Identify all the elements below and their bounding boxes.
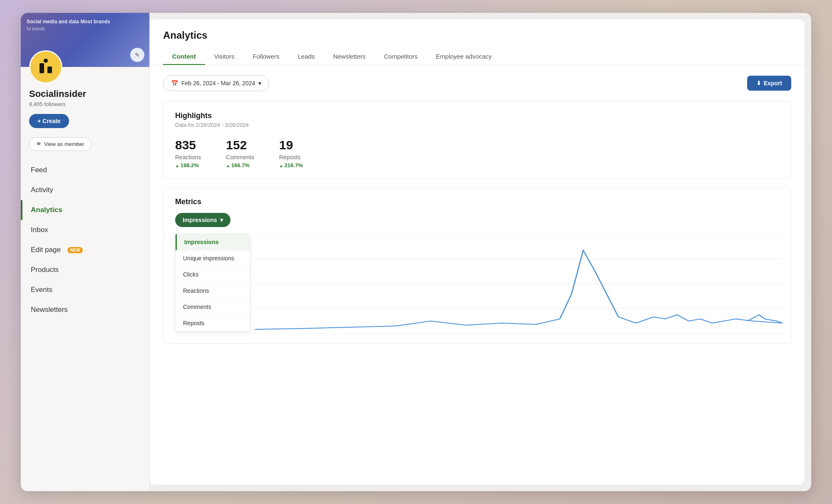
svg-rect-2 xyxy=(47,67,52,73)
sidebar-nav: Feed Activity Analytics Inbox Edit page … xyxy=(21,153,149,491)
tab-visitors[interactable]: Visitors xyxy=(205,49,244,65)
svg-rect-1 xyxy=(40,63,44,73)
impressions-chart xyxy=(255,234,782,334)
date-range-label: Feb 26, 2024 - Mar 26, 2024 xyxy=(181,80,255,86)
dropdown-item-reposts[interactable]: Reposts xyxy=(176,315,250,331)
sidebar-item-inbox[interactable]: Inbox xyxy=(21,220,149,240)
dropdown-item-clicks[interactable]: Clicks xyxy=(176,267,250,283)
comments-change: 166.7% xyxy=(226,162,254,168)
dropdown-item-unique-impressions[interactable]: Unique impressions xyxy=(176,250,250,267)
metrics-body: Impressions Unique impressions Clicks Re… xyxy=(163,234,791,343)
svg-point-0 xyxy=(30,52,61,82)
profile-avatar-area xyxy=(21,50,149,84)
app-container: Social media and data Most brands ful br… xyxy=(21,13,811,491)
impressions-dropdown-button[interactable]: Impressions ▾ xyxy=(175,213,230,227)
metrics-dropdown-menu: Impressions Unique impressions Clicks Re… xyxy=(175,234,250,331)
analytics-body: 📅 Feb 26, 2024 - Mar 26, 2024 ▾ ⬇ Export… xyxy=(150,65,805,484)
sidebar-item-analytics[interactable]: Analytics xyxy=(21,200,149,220)
sidebar: Social media and data Most brands ful br… xyxy=(21,13,150,491)
date-export-row: 📅 Feb 26, 2024 - Mar 26, 2024 ▾ ⬇ Export xyxy=(163,75,791,91)
sidebar-item-newsletters[interactable]: Newsletters xyxy=(21,300,149,320)
profile-info: Socialinsider 8,405 followers + Create 👁… xyxy=(21,84,149,153)
reactions-label: Reactions xyxy=(175,154,201,161)
dropdown-arrow-icon: ▾ xyxy=(220,217,223,223)
reposts-label: Reposts xyxy=(279,154,303,161)
avatar-icon xyxy=(30,52,61,82)
edit-page-label: Edit page xyxy=(31,246,61,254)
sidebar-item-edit-page[interactable]: Edit page NEW xyxy=(21,240,149,260)
view-as-member-button[interactable]: 👁 View as member xyxy=(29,137,92,151)
activity-label: Activity xyxy=(31,186,53,194)
tab-content[interactable]: Content xyxy=(163,49,205,65)
reposts-value: 19 xyxy=(279,138,303,152)
reactions-value: 835 xyxy=(175,138,201,152)
analytics-label: Analytics xyxy=(31,206,62,214)
feed-label: Feed xyxy=(31,166,47,174)
eye-icon: 👁 xyxy=(36,141,42,147)
svg-point-3 xyxy=(44,59,48,63)
tab-followers[interactable]: Followers xyxy=(244,49,289,65)
dropdown-item-comments[interactable]: Comments xyxy=(176,299,250,315)
analytics-tabs: Content Visitors Followers Leads Newslet… xyxy=(163,49,791,65)
main-content: Analytics Content Visitors Followers Lea… xyxy=(150,20,805,484)
reposts-change: 216.7% xyxy=(279,162,303,168)
metrics-title: Metrics xyxy=(175,198,779,206)
tab-leads[interactable]: Leads xyxy=(289,49,324,65)
tab-competitors[interactable]: Competitors xyxy=(375,49,427,65)
tab-newsletters[interactable]: Newsletters xyxy=(324,49,375,65)
highlights-title: Highlights xyxy=(175,111,779,120)
page-title: Analytics xyxy=(163,30,791,41)
tab-employee-advocacy[interactable]: Employee advocacy xyxy=(427,49,501,65)
date-picker-button[interactable]: 📅 Feb 26, 2024 - Mar 26, 2024 ▾ xyxy=(163,75,269,91)
export-button[interactable]: ⬇ Export xyxy=(747,76,791,91)
analytics-header: Analytics Content Visitors Followers Lea… xyxy=(150,20,805,65)
reactions-change: 198.2% xyxy=(175,162,201,168)
highlights-card: Highlights Data for 2/26/2024 - 3/26/202… xyxy=(163,101,791,179)
dropdown-item-impressions[interactable]: Impressions xyxy=(176,234,250,250)
metrics-card: Metrics Impressions ▾ Impressions Unique… xyxy=(163,187,791,344)
comments-label: Comments xyxy=(226,154,254,161)
metrics-header: Metrics Impressions ▾ xyxy=(163,198,791,234)
sidebar-item-feed[interactable]: Feed xyxy=(21,160,149,180)
highlight-reposts: 19 Reposts 216.7% xyxy=(279,138,303,168)
impressions-label: Impressions xyxy=(183,217,217,223)
inbox-label: Inbox xyxy=(31,226,48,234)
sidebar-item-products[interactable]: Products xyxy=(21,260,149,280)
events-label: Events xyxy=(31,286,52,294)
calendar-icon: 📅 xyxy=(171,80,178,86)
highlight-reactions: 835 Reactions 198.2% xyxy=(175,138,201,168)
new-badge: NEW xyxy=(67,247,83,253)
chevron-down-icon: ▾ xyxy=(258,80,261,86)
download-icon: ⬇ xyxy=(756,80,761,86)
create-button[interactable]: + Create xyxy=(29,114,69,128)
dropdown-item-reactions[interactable]: Reactions xyxy=(176,283,250,299)
avatar xyxy=(29,50,62,84)
chart-container xyxy=(247,234,791,343)
profile-followers: 8,405 followers xyxy=(29,101,141,107)
highlights-subtitle: Data for 2/26/2024 - 3/26/2024 xyxy=(175,122,779,128)
newsletters-label: Newsletters xyxy=(31,306,68,314)
sidebar-item-activity[interactable]: Activity xyxy=(21,180,149,200)
profile-name: Socialinsider xyxy=(29,89,141,99)
banner-text: Social media and data Most brands ful br… xyxy=(27,17,110,32)
comments-value: 152 xyxy=(226,138,254,152)
highlights-row: 835 Reactions 198.2% 152 Comments 166.7%… xyxy=(175,138,779,168)
sidebar-item-events[interactable]: Events xyxy=(21,280,149,300)
highlight-comments: 152 Comments 166.7% xyxy=(226,138,254,168)
products-label: Products xyxy=(31,266,59,274)
